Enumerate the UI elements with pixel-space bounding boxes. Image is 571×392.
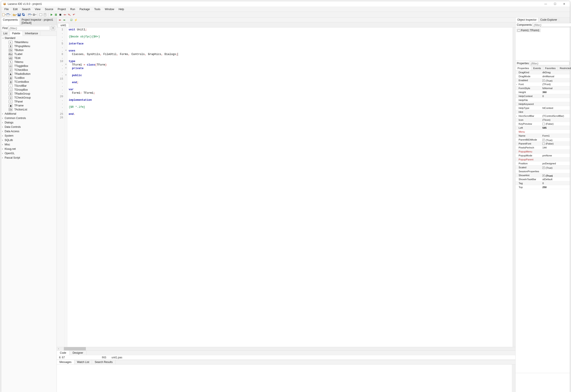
tree-node-form1[interactable]: Form1: TForm1	[516, 28, 541, 32]
step-into-button[interactable]	[67, 13, 71, 17]
palette-item-tedit[interactable]: ab|TEdit	[1, 56, 57, 60]
palette-item-tframe[interactable]: ▣TFrame	[1, 104, 57, 108]
minimize-button[interactable]: —	[542, 2, 549, 5]
palette-group-standard[interactable]: Standard	[1, 36, 57, 40]
tab-list[interactable]: List	[1, 31, 10, 36]
units-button[interactable]	[43, 13, 47, 17]
tab-properties[interactable]: Properties	[515, 66, 531, 70]
step-over-button[interactable]	[63, 13, 67, 17]
project-options-button[interactable]	[32, 13, 36, 17]
prop-value[interactable]: pmNone	[542, 154, 570, 157]
palette-item-ttogglebox[interactable]: onTToggleBox	[1, 64, 57, 68]
prop-row-height[interactable]: Height360	[515, 90, 570, 94]
palette-group-system[interactable]: System	[1, 134, 57, 138]
new-unit-button[interactable]	[2, 13, 6, 17]
menu-run[interactable]: Run	[68, 7, 77, 11]
prop-value[interactable]: stDefault	[542, 177, 570, 181]
prop-value[interactable]: (TControlScrollBar)	[542, 114, 570, 118]
pause-button[interactable]	[54, 13, 58, 17]
prop-value[interactable]: (False)	[542, 122, 570, 126]
prop-row-parentfont[interactable]: ParentFont(False)	[515, 142, 570, 146]
component-tree[interactable]: Form1: TForm1	[515, 28, 570, 61]
syntax-check-button[interactable]: ☑	[70, 18, 73, 22]
prop-value[interactable]: poDesigned	[542, 161, 570, 165]
menu-edit[interactable]: Edit	[11, 7, 20, 11]
prop-row-popupparent[interactable]: PopupParent	[515, 157, 570, 161]
prop-value[interactable]: (TIcon)	[542, 118, 570, 122]
close-button[interactable]: ✕	[561, 2, 567, 5]
menu-tools[interactable]: Tools	[92, 7, 102, 11]
prop-value[interactable]	[542, 157, 570, 161]
prop-value[interactable]: htContext	[542, 106, 570, 110]
prop-value[interactable]	[542, 130, 570, 134]
prop-value[interactable]: 0	[542, 181, 570, 185]
save-button[interactable]	[17, 13, 21, 17]
prop-row-left[interactable]: Left585	[515, 126, 570, 130]
tab-project-inspector[interactable]: Project Inspector - project1 [Default]	[20, 18, 57, 25]
nav-back-button[interactable]: ⬅	[58, 18, 62, 22]
save-all-button[interactable]	[22, 13, 26, 17]
project-menu-button[interactable]	[28, 13, 32, 17]
prop-row-parentbidimode[interactable]: ParentBiDiMode✓(True)	[515, 138, 570, 142]
palette-item-tradiogroup[interactable]: ☰TRadioGroup	[1, 92, 57, 96]
open-button[interactable]	[13, 13, 17, 17]
palette-item-tlabel[interactable]: AbcTLabel	[1, 52, 57, 56]
palette-item-tlistbox[interactable]: ▤TListBox	[1, 76, 57, 80]
palette-item-tmemo[interactable]: ✎TMemo	[1, 60, 57, 64]
prop-value[interactable]: (TFont)	[542, 82, 570, 86]
prop-value[interactable]: 144	[542, 146, 570, 149]
property-grid[interactable]: DragKinddkDragDragModedmManualEnabled✓(T…	[515, 70, 570, 373]
prop-value[interactable]: 360	[542, 90, 570, 94]
prop-value[interactable]: 0	[542, 94, 570, 98]
prop-checkbox[interactable]	[542, 123, 545, 125]
prop-row-name[interactable]: NameForm1	[515, 134, 570, 138]
source-editor[interactable]: 1...5..8.10....15....20....2526 ⊟⊟⊟⊟ uni…	[57, 28, 515, 347]
prop-value[interactable]: 585	[542, 126, 570, 130]
palette-item-tpopupmenu[interactable]: ≣TPopupMenu	[1, 44, 57, 48]
editor-vscrollbar[interactable]	[513, 28, 515, 347]
prop-row-horzscrollbar[interactable]: HorzScrollBar(TControlScrollBar)	[515, 114, 570, 118]
prop-value[interactable]	[542, 102, 570, 106]
prop-row-top[interactable]: Top250	[515, 185, 570, 189]
code-area[interactable]: unit Unit1;{$mode objfpc}{$H+}interfaceu…	[67, 28, 513, 347]
prop-row-hint[interactable]: Hint	[515, 110, 570, 114]
tree-node-checkbox[interactable]	[518, 29, 520, 32]
component-filter-input[interactable]	[8, 26, 50, 30]
palette-item-tactionlist[interactable]: OkTActionList	[1, 108, 57, 112]
prop-row-pixelsperinch[interactable]: PixelsPerInch144	[515, 146, 570, 150]
prop-row-formstyle[interactable]: FormStylefsNormal	[515, 86, 570, 90]
tab-search-results[interactable]: Search Results	[92, 360, 115, 364]
component-palette[interactable]: Standard≡TMainMenu≣TPopupMenuOkTButtonAb…	[1, 36, 57, 392]
messages-vscrollbar[interactable]	[512, 364, 515, 392]
palette-group-data-access[interactable]: Data Access	[1, 129, 57, 134]
palette-item-tcombobox[interactable]: ▥TComboBox	[1, 80, 57, 84]
editor-tab-unit1[interactable]: unit1	[58, 23, 69, 27]
prop-row-tag[interactable]: Tag0	[515, 181, 570, 185]
new-form-button[interactable]	[6, 13, 10, 17]
tab-palette[interactable]: Palette	[10, 31, 23, 36]
prop-value[interactable]: ✓(True)	[542, 78, 570, 82]
prop-value[interactable]	[542, 169, 570, 173]
nav-forward-button[interactable]: ➡	[62, 18, 66, 22]
palette-group-misc[interactable]: Misc	[1, 142, 57, 147]
prop-value[interactable]: 250	[542, 185, 570, 189]
tab-favorites[interactable]: Favorites	[543, 66, 558, 70]
tab-code[interactable]: Code	[57, 351, 70, 355]
palette-group-common-controls[interactable]: Common Controls	[1, 116, 57, 120]
menu-help[interactable]: Help	[117, 7, 126, 11]
prop-value[interactable]: ✓(True)	[542, 138, 570, 141]
prop-checkbox[interactable]: ✓	[542, 174, 545, 177]
prop-row-sessionproperties[interactable]: SessionProperties	[515, 169, 570, 173]
prop-row-scaled[interactable]: Scaled✓(True)	[515, 166, 570, 169]
prop-row-dragmode[interactable]: DragModedmManual	[515, 74, 570, 78]
palette-item-tgroupbox[interactable]: ▭TGroupBox	[1, 88, 57, 92]
prop-row-menu[interactable]: Menu	[515, 130, 570, 134]
editor-hscrollbar[interactable]: ‹	[57, 347, 515, 350]
oi-property-filter-input[interactable]	[530, 61, 570, 65]
tab-designer[interactable]: Designer	[70, 351, 87, 355]
palette-item-tscrollbar[interactable]: ↔TScrollBar	[1, 84, 57, 88]
prop-checkbox[interactable]	[542, 142, 545, 145]
prop-row-popupmode[interactable]: PopupModepmNone	[515, 154, 570, 157]
prop-row-font[interactable]: Font(TFont)	[515, 82, 570, 86]
menu-search[interactable]: Search	[20, 7, 32, 11]
